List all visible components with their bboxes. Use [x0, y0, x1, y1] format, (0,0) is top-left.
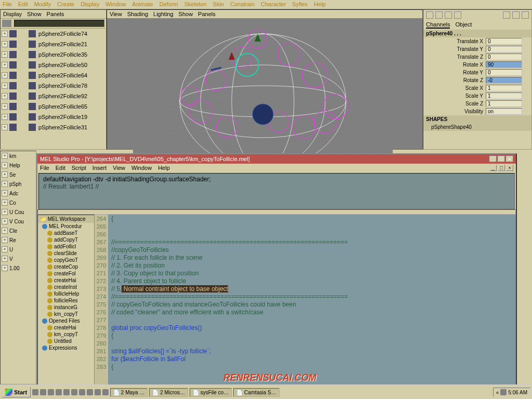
quicklaunch-icon[interactable] [56, 389, 62, 395]
code-line[interactable]: // 2. Get its position [111, 262, 513, 270]
menu-edit[interactable]: Edit [18, 1, 28, 8]
code-line[interactable]: // 1. For each follicle in the scene [111, 254, 513, 262]
channel-row[interactable]: Scale X1 [423, 84, 531, 92]
channel-row[interactable]: Rotate Y0 [423, 69, 531, 76]
left-strip-item[interactable]: + V [1, 254, 36, 263]
taskbar-app[interactable]: 📄 2 Maya … [110, 388, 148, 397]
quicklaunch-icon[interactable] [71, 389, 77, 395]
code-line[interactable] [111, 316, 513, 324]
expand-icon[interactable]: + [2, 162, 8, 168]
tree-proc[interactable]: addCopyT [38, 236, 94, 243]
expand-icon[interactable]: + [2, 72, 8, 78]
scrollbar-horizontal[interactable] [37, 209, 516, 215]
code-line[interactable] [111, 231, 513, 238]
quicklaunch-icon[interactable] [40, 389, 46, 395]
tree-proc[interactable]: createInst [38, 284, 94, 290]
left-strip-item[interactable]: + U Cou [1, 207, 36, 217]
channel-object-name[interactable]: pSphere40 . . . [423, 30, 531, 37]
outliner-item[interactable]: +pSphere2Follicle78 [1, 81, 106, 91]
code-line[interactable]: string $allFollicles[] =`ls -typ follicl… [111, 348, 513, 355]
outliner-search-input[interactable] [14, 20, 104, 27]
channel-row[interactable]: Visibilityon [423, 108, 531, 115]
tree-file[interactable]: Untitled [38, 338, 94, 344]
left-strip-item[interactable]: + V Cou [1, 217, 36, 226]
layout-icon[interactable] [454, 11, 461, 19]
mel-menu-script[interactable]: Script [72, 165, 86, 171]
channel-row[interactable]: Rotate Z-0 [423, 76, 531, 84]
close-button[interactable]: × [506, 156, 513, 162]
tab-object[interactable]: Object [455, 21, 472, 29]
menu-window[interactable]: Window [105, 1, 126, 8]
viewport-menu-show[interactable]: Show [179, 11, 193, 17]
left-strip-item[interactable]: + Help [1, 161, 36, 170]
tree-proc[interactable]: clearSlide [38, 250, 94, 257]
outliner-item[interactable]: +pSphere2Follicle50 [1, 60, 106, 70]
viewport-menu-panels[interactable]: Panels [198, 11, 216, 17]
expand-icon[interactable]: + [2, 41, 8, 47]
tree-folder[interactable]: MEL Procedur [38, 223, 94, 230]
code-line[interactable]: global proc copyGeoToFollicles() [111, 324, 513, 332]
minimize-button[interactable]: _ [489, 156, 497, 162]
quicklaunch-icon[interactable] [95, 389, 101, 395]
expand-icon[interactable]: + [2, 171, 8, 178]
code-line[interactable]: for ($eachFollicle in $allFol [111, 355, 513, 363]
menu-file[interactable]: File [3, 1, 12, 8]
code-line[interactable]: { [111, 215, 513, 223]
channel-row[interactable]: Translate Z0 [423, 53, 531, 61]
expand-icon[interactable]: + [2, 218, 8, 224]
expand-icon[interactable]: + [2, 228, 8, 234]
menu-constrain[interactable]: Constrain [230, 1, 255, 8]
mdi-maximize-button[interactable]: □ [498, 165, 505, 171]
expand-icon[interactable]: + [2, 209, 8, 215]
outliner-item[interactable]: +pSphere2Follicle74 [1, 29, 106, 39]
tree-proc[interactable]: createCop [38, 263, 94, 270]
mel-menu-insert[interactable]: Insert [92, 165, 107, 171]
code-line[interactable]: // coded "cleaner" and more efficient wi… [111, 309, 513, 316]
tree-file[interactable]: createHai [38, 324, 94, 331]
viewport-canvas[interactable] [107, 18, 422, 148]
menu-animate[interactable]: Animate [132, 1, 153, 8]
manip-icon[interactable] [512, 11, 520, 19]
tree-proc[interactable]: addBaseT [38, 230, 94, 236]
start-button[interactable]: Start [2, 387, 31, 397]
left-strip-item[interactable]: + Cle [1, 226, 36, 235]
expand-icon[interactable]: + [2, 93, 8, 99]
menu-help[interactable]: Help [314, 1, 326, 8]
manip-icon[interactable] [522, 11, 529, 19]
attr-value[interactable]: 0 [486, 38, 522, 45]
mel-menu-window[interactable]: Window [131, 165, 152, 171]
attr-value[interactable]: 1 [486, 92, 522, 99]
layout-icon[interactable] [426, 11, 433, 19]
tree-proc[interactable]: follicleRes [38, 297, 94, 304]
attr-value[interactable]: 0 [486, 54, 522, 60]
left-strip-item[interactable]: + Co [1, 198, 36, 207]
quicklaunch-icon[interactable] [79, 389, 85, 395]
expand-icon[interactable]: + [2, 153, 8, 159]
outliner-menu-display[interactable]: Display [3, 11, 22, 17]
quicklaunch-icon[interactable] [32, 389, 38, 395]
outliner-menu-panels[interactable]: Panels [47, 11, 64, 17]
left-strip-item[interactable]: + pSph [1, 179, 36, 189]
expand-icon[interactable]: + [2, 103, 8, 110]
channel-row[interactable]: Translate X0 [423, 37, 531, 45]
expand-icon[interactable]: + [2, 51, 8, 58]
tree-opened[interactable]: Opened Files [38, 317, 94, 324]
menu-modify[interactable]: Modify [34, 1, 51, 8]
expand-icon[interactable]: + [2, 246, 8, 252]
code-line[interactable] [111, 340, 513, 348]
tree-proc[interactable]: copyGeoT [38, 257, 94, 263]
tree-proc[interactable]: createHai [38, 277, 94, 284]
code-line[interactable]: // 3. Copy object to that position [111, 270, 513, 277]
viewport-menu-lighting[interactable]: Lighting [153, 11, 174, 17]
viewport-menu-view[interactable]: View [110, 11, 122, 17]
menu-create[interactable]: Create [57, 1, 74, 8]
expand-icon[interactable]: + [2, 256, 8, 262]
mel-result-pane[interactable]: defaultNavigation -dtv -d initialShading… [38, 173, 515, 209]
expand-icon[interactable]: + [2, 62, 8, 68]
mel-menu-file[interactable]: File [40, 165, 49, 171]
code-area[interactable]: { //====================================… [108, 215, 516, 386]
code-line[interactable] [111, 223, 513, 231]
expand-icon[interactable]: + [2, 114, 8, 120]
quicklaunch-icon[interactable] [102, 389, 109, 395]
left-strip-item[interactable]: + km [1, 151, 36, 161]
